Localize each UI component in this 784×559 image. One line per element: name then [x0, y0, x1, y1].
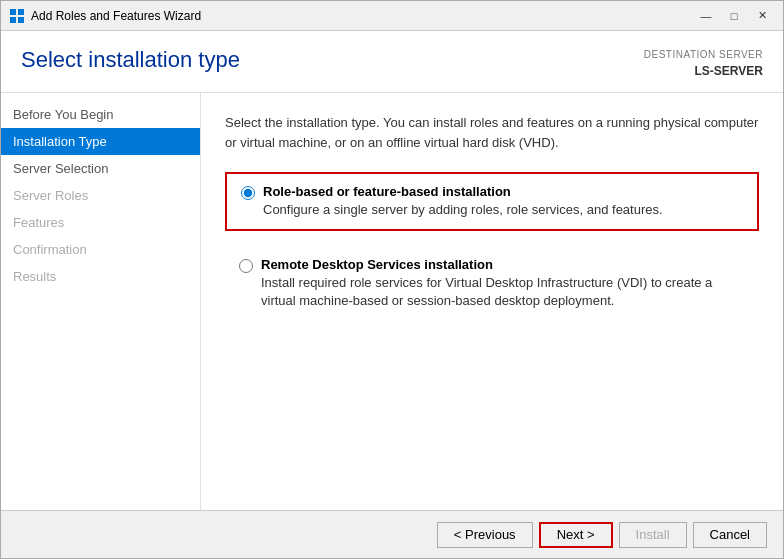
page-header: Select installation type DESTINATION SER…: [1, 31, 783, 93]
sidebar-item-results: Results: [1, 263, 200, 290]
option1-title: Role-based or feature-based installation: [263, 184, 663, 199]
sidebar-item-server-roles: Server Roles: [1, 182, 200, 209]
main-window: Add Roles and Features Wizard — □ ✕ Sele…: [0, 0, 784, 559]
svg-rect-3: [18, 17, 24, 23]
option2-box: Remote Desktop Services installation Ins…: [225, 247, 759, 320]
option2-row: Remote Desktop Services installation Ins…: [239, 257, 745, 310]
main-content: Select the installation type. You can in…: [201, 93, 783, 510]
window-title: Add Roles and Features Wizard: [31, 9, 693, 23]
option1-label-block: Role-based or feature-based installation…: [263, 184, 663, 219]
previous-button[interactable]: < Previous: [437, 522, 533, 548]
sidebar: Before You Begin Installation Type Serve…: [1, 93, 201, 510]
sidebar-item-before-you-begin[interactable]: Before You Begin: [1, 101, 200, 128]
cancel-button[interactable]: Cancel: [693, 522, 767, 548]
window-controls: — □ ✕: [693, 5, 775, 27]
sidebar-item-server-selection[interactable]: Server Selection: [1, 155, 200, 182]
sidebar-item-installation-type[interactable]: Installation Type: [1, 128, 200, 155]
sidebar-item-features: Features: [1, 209, 200, 236]
svg-rect-1: [18, 9, 24, 15]
next-button[interactable]: Next >: [539, 522, 613, 548]
content-description: Select the installation type. You can in…: [225, 113, 759, 152]
option1-radio[interactable]: [241, 186, 255, 200]
option2-title: Remote Desktop Services installation: [261, 257, 745, 272]
title-bar: Add Roles and Features Wizard — □ ✕: [1, 1, 783, 31]
app-icon: [9, 8, 25, 24]
option2-description: Install required role services for Virtu…: [261, 274, 745, 310]
option2-label-block: Remote Desktop Services installation Ins…: [261, 257, 745, 310]
destination-server-info: DESTINATION SERVER LS-SERVER: [644, 47, 763, 80]
destination-label: DESTINATION SERVER: [644, 47, 763, 62]
svg-rect-2: [10, 17, 16, 23]
sidebar-item-confirmation: Confirmation: [1, 236, 200, 263]
option1-description: Configure a single server by adding role…: [263, 201, 663, 219]
option1-row: Role-based or feature-based installation…: [241, 184, 743, 219]
option2-radio[interactable]: [239, 259, 253, 273]
destination-name: LS-SERVER: [644, 62, 763, 80]
footer: < Previous Next > Install Cancel: [1, 510, 783, 558]
body: Before You Begin Installation Type Serve…: [1, 93, 783, 510]
close-button[interactable]: ✕: [749, 5, 775, 27]
maximize-button[interactable]: □: [721, 5, 747, 27]
svg-rect-0: [10, 9, 16, 15]
minimize-button[interactable]: —: [693, 5, 719, 27]
option1-box: Role-based or feature-based installation…: [225, 172, 759, 231]
install-button: Install: [619, 522, 687, 548]
page-title: Select installation type: [21, 47, 240, 73]
